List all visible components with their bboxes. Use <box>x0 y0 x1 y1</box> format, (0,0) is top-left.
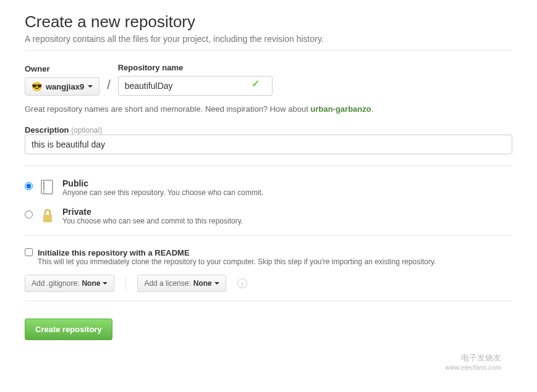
owner-dropdown[interactable]: 😎 wangjiax9 <box>25 77 99 96</box>
owner-username: wangjiax9 <box>46 82 84 91</box>
svg-point-3 <box>43 185 44 186</box>
divider <box>25 165 512 166</box>
watermark-line1: 电子发烧友 <box>445 352 501 364</box>
license-dropdown[interactable]: Add a license: None <box>137 275 226 292</box>
owner-label: Owner <box>25 64 99 73</box>
divider <box>25 301 512 301</box>
optional-text: (optional) <box>71 126 102 135</box>
caret-down-icon <box>88 85 93 88</box>
readme-title: Initialize this repository with a README <box>38 248 436 257</box>
vertical-separator <box>125 276 126 291</box>
lock-icon <box>39 207 56 224</box>
private-desc: You choose who can see and commit to thi… <box>62 217 243 225</box>
info-icon[interactable]: i <box>237 278 247 288</box>
license-prefix: Add a license: <box>144 279 190 288</box>
svg-rect-5 <box>43 215 52 222</box>
repo-public-icon <box>39 178 56 196</box>
svg-rect-1 <box>43 180 44 194</box>
public-title: Public <box>62 178 263 188</box>
hint-prefix: Great repository names are short and mem… <box>25 104 310 114</box>
divider <box>25 235 512 236</box>
public-desc: Anyone can see this repository. You choo… <box>62 188 263 197</box>
readme-desc: This will let you immediately clone the … <box>38 257 436 266</box>
name-hint: Great repository names are short and mem… <box>25 104 512 114</box>
private-title: Private <box>62 207 243 217</box>
readme-checkbox[interactable] <box>25 248 33 256</box>
private-radio[interactable] <box>25 211 33 219</box>
svg-point-2 <box>43 183 44 184</box>
caret-down-icon <box>214 282 219 285</box>
gitignore-dropdown[interactable]: Add .gitignore: None <box>25 275 114 292</box>
gitignore-prefix: Add .gitignore: <box>32 279 79 288</box>
name-suggestion[interactable]: urban-garbanzo <box>310 104 371 114</box>
svg-rect-0 <box>41 180 53 194</box>
public-radio[interactable] <box>25 182 33 190</box>
watermark-line2: www.elecfans.com <box>445 364 501 371</box>
create-repository-button[interactable]: Create repository <box>25 319 112 340</box>
description-label: Description (optional) <box>25 125 102 135</box>
description-input[interactable] <box>25 135 512 154</box>
page-title: Create a new repository <box>25 12 512 31</box>
divider <box>25 50 512 51</box>
slash-separator: / <box>106 78 112 96</box>
page-subtitle: A repository contains all the files for … <box>25 34 512 44</box>
gitignore-value: None <box>82 279 100 288</box>
avatar-icon: 😎 <box>32 81 42 91</box>
watermark: 电子发烧友 www.elecfans.com <box>445 352 501 371</box>
license-value: None <box>193 279 212 288</box>
repo-name-label: Repository name <box>118 63 260 72</box>
svg-point-4 <box>43 188 44 189</box>
repo-name-input[interactable] <box>118 76 273 96</box>
description-label-text: Description <box>25 125 69 135</box>
caret-down-icon <box>103 282 108 285</box>
hint-suffix: . <box>371 104 374 114</box>
